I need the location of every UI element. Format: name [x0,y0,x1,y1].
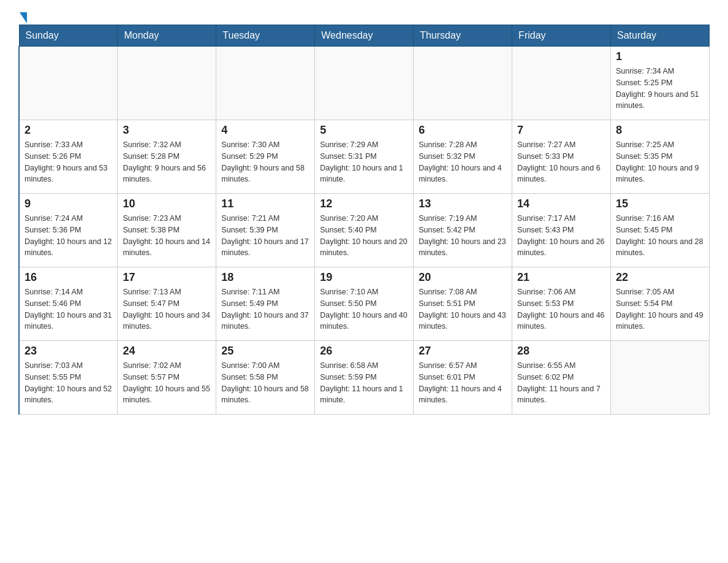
day-info-text: Sunset: 5:51 PM [419,298,507,310]
day-info-text: Sunset: 5:50 PM [320,298,408,310]
calendar-day-cell [512,47,611,120]
calendar-day-cell: 20Sunrise: 7:08 AMSunset: 5:51 PMDayligh… [414,267,512,341]
day-info-text: Sunrise: 7:17 AM [517,213,605,224]
day-info-text: Daylight: 10 hours and 6 minutes. [517,163,605,186]
day-info-text: Sunset: 5:31 PM [320,151,408,163]
day-info-text: Sunrise: 7:28 AM [419,139,507,151]
day-info-text: Sunset: 5:33 PM [517,151,605,163]
day-info-text: Sunset: 5:57 PM [123,372,211,383]
day-number: 25 [221,345,309,358]
calendar-day-cell: 15Sunrise: 7:16 AMSunset: 5:45 PMDayligh… [611,194,710,267]
day-number: 14 [517,197,605,210]
day-of-week-header: Wednesday [315,25,414,47]
day-number: 9 [25,197,112,210]
calendar-day-cell [19,47,118,120]
day-info-text: Daylight: 10 hours and 34 minutes. [123,310,211,333]
day-info-text: Sunrise: 7:08 AM [419,286,507,298]
calendar-day-cell: 6Sunrise: 7:28 AMSunset: 5:32 PMDaylight… [414,120,512,194]
day-info-text: Daylight: 10 hours and 26 minutes. [517,236,605,259]
day-info-text: Sunrise: 7:25 AM [616,139,704,151]
day-info-text: Sunset: 5:26 PM [25,151,112,163]
calendar-day-cell [611,341,710,415]
calendar-day-cell: 21Sunrise: 7:06 AMSunset: 5:53 PMDayligh… [512,267,611,341]
day-info-text: Sunset: 5:28 PM [123,151,211,163]
day-number: 7 [517,124,605,137]
day-number: 13 [419,197,507,210]
day-info-text: Daylight: 10 hours and 17 minutes. [221,236,309,259]
day-number: 16 [25,271,112,284]
day-number: 8 [616,124,704,137]
day-info-text: Daylight: 9 hours and 53 minutes. [25,163,112,186]
day-number: 3 [123,124,211,137]
day-number: 24 [123,345,211,358]
calendar-day-cell: 8Sunrise: 7:25 AMSunset: 5:35 PMDaylight… [611,120,710,194]
day-number: 2 [25,124,112,137]
day-info-text: Sunset: 5:32 PM [419,151,507,163]
day-number: 27 [419,345,507,358]
day-info-text: Daylight: 10 hours and 52 minutes. [25,383,112,407]
day-of-week-header: Tuesday [216,25,315,47]
day-info-text: Daylight: 11 hours and 4 minutes. [419,383,507,407]
calendar-day-cell: 5Sunrise: 7:29 AMSunset: 5:31 PMDaylight… [315,120,414,194]
day-number: 12 [320,197,408,210]
day-info-text: Daylight: 10 hours and 4 minutes. [419,163,507,186]
day-of-week-header: Thursday [414,25,512,47]
calendar-day-cell: 13Sunrise: 7:19 AMSunset: 5:42 PMDayligh… [414,194,512,267]
day-info-text: Sunset: 5:38 PM [123,224,211,236]
day-number: 19 [320,271,408,284]
day-info-text: Sunrise: 6:58 AM [320,360,408,372]
calendar-header-row: SundayMondayTuesdayWednesdayThursdayFrid… [19,25,710,47]
day-info-text: Sunset: 5:58 PM [221,372,309,383]
calendar-day-cell: 17Sunrise: 7:13 AMSunset: 5:47 PMDayligh… [118,267,216,341]
page-header [18,12,710,18]
day-info-text: Sunset: 5:29 PM [221,151,309,163]
calendar-day-cell: 28Sunrise: 6:55 AMSunset: 6:02 PMDayligh… [512,341,611,415]
day-info-text: Sunrise: 7:21 AM [221,213,309,224]
day-info-text: Daylight: 10 hours and 14 minutes. [123,236,211,259]
logo-triangle-icon [20,12,27,23]
day-number: 20 [419,271,507,284]
day-info-text: Sunset: 5:47 PM [123,298,211,310]
day-info-text: Daylight: 10 hours and 49 minutes. [616,310,704,333]
calendar-day-cell: 25Sunrise: 7:00 AMSunset: 5:58 PMDayligh… [216,341,315,415]
week-row: 23Sunrise: 7:03 AMSunset: 5:55 PMDayligh… [19,341,710,415]
day-info-text: Sunset: 5:45 PM [616,224,704,236]
day-info-text: Sunset: 5:39 PM [221,224,309,236]
day-info-text: Daylight: 10 hours and 37 minutes. [221,310,309,333]
calendar-day-cell [216,47,315,120]
week-row: 16Sunrise: 7:14 AMSunset: 5:46 PMDayligh… [19,267,710,341]
day-info-text: Sunset: 6:01 PM [419,372,507,383]
day-info-text: Daylight: 10 hours and 28 minutes. [616,236,704,259]
day-number: 21 [517,271,605,284]
week-row: 1Sunrise: 7:34 AMSunset: 5:25 PMDaylight… [19,47,710,120]
day-number: 18 [221,271,309,284]
calendar-day-cell: 27Sunrise: 6:57 AMSunset: 6:01 PMDayligh… [414,341,512,415]
day-info-text: Sunrise: 6:55 AM [517,360,605,372]
day-info-text: Sunset: 5:46 PM [25,298,112,310]
day-info-text: Daylight: 10 hours and 23 minutes. [419,236,507,259]
day-info-text: Sunset: 5:43 PM [517,224,605,236]
day-info-text: Daylight: 10 hours and 20 minutes. [320,236,408,259]
calendar-day-cell [315,47,414,120]
calendar-day-cell: 18Sunrise: 7:11 AMSunset: 5:49 PMDayligh… [216,267,315,341]
day-of-week-header: Friday [512,25,611,47]
day-info-text: Sunrise: 7:30 AM [221,139,309,151]
calendar-day-cell: 22Sunrise: 7:05 AMSunset: 5:54 PMDayligh… [611,267,710,341]
calendar-day-cell: 19Sunrise: 7:10 AMSunset: 5:50 PMDayligh… [315,267,414,341]
day-number: 5 [320,124,408,137]
week-row: 9Sunrise: 7:24 AMSunset: 5:36 PMDaylight… [19,194,710,267]
logo [18,12,27,18]
day-info-text: Sunrise: 7:03 AM [25,360,112,372]
calendar-day-cell: 2Sunrise: 7:33 AMSunset: 5:26 PMDaylight… [19,120,118,194]
day-info-text: Sunrise: 7:27 AM [517,139,605,151]
day-number: 17 [123,271,211,284]
day-info-text: Sunset: 6:02 PM [517,372,605,383]
day-number: 11 [221,197,309,210]
calendar-day-cell: 1Sunrise: 7:34 AMSunset: 5:25 PMDaylight… [611,47,710,120]
calendar-table: SundayMondayTuesdayWednesdayThursdayFrid… [18,25,710,415]
calendar-day-cell: 26Sunrise: 6:58 AMSunset: 5:59 PMDayligh… [315,341,414,415]
day-info-text: Daylight: 11 hours and 1 minute. [320,383,408,407]
calendar-day-cell: 11Sunrise: 7:21 AMSunset: 5:39 PMDayligh… [216,194,315,267]
day-info-text: Sunrise: 7:16 AM [616,213,704,224]
day-info-text: Sunset: 5:40 PM [320,224,408,236]
